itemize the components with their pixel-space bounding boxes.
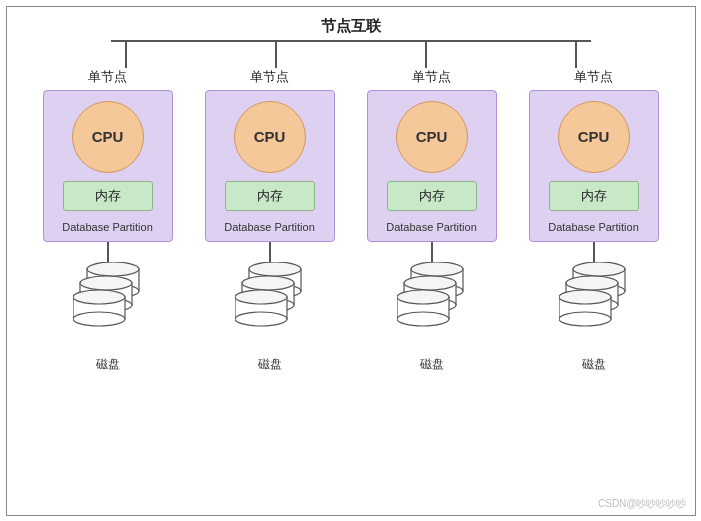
memory-box-1: 内存	[63, 181, 153, 211]
disk-connector-2	[269, 242, 271, 262]
node-label-4: 单节点	[574, 68, 613, 86]
page-title: 节点互联	[321, 17, 381, 36]
cpu-circle-4: CPU	[558, 101, 630, 173]
disk-group-4: 磁盘	[554, 262, 634, 373]
v-drop-1	[125, 40, 127, 68]
svg-point-32	[566, 276, 618, 290]
cpu-circle-3: CPU	[396, 101, 468, 173]
top-connector	[51, 40, 651, 68]
node-box-1: CPU内存Database Partition	[43, 90, 173, 242]
node-box-2: CPU内存Database Partition	[205, 90, 335, 242]
disk-label-2: 磁盘	[258, 356, 282, 373]
v-drop-3	[425, 40, 427, 68]
svg-point-20	[411, 262, 463, 276]
disk-label-4: 磁盘	[582, 356, 606, 373]
svg-point-34	[559, 312, 611, 326]
disk-label-1: 磁盘	[96, 356, 120, 373]
disk-group-1: 磁盘	[68, 262, 148, 373]
db-partition-label-2: Database Partition	[224, 221, 315, 233]
disk-connector-3	[431, 242, 433, 262]
vertical-drops	[51, 40, 651, 68]
svg-point-17	[235, 290, 287, 304]
disk-group-2: 磁盘	[230, 262, 310, 373]
v-drop-4	[575, 40, 577, 68]
cpu-circle-1: CPU	[72, 101, 144, 173]
node-label-2: 单节点	[250, 68, 289, 86]
v-drop-2	[275, 40, 277, 68]
cpu-circle-2: CPU	[234, 101, 306, 173]
node-col-3: 单节点CPU内存Database Partition磁盘	[362, 68, 502, 373]
disk-svg-2	[235, 262, 305, 352]
disk-label-3: 磁盘	[420, 356, 444, 373]
disk-svg-3	[397, 262, 467, 352]
svg-point-35	[559, 290, 611, 304]
db-partition-label-3: Database Partition	[386, 221, 477, 233]
node-label-1: 单节点	[88, 68, 127, 86]
svg-point-26	[397, 290, 449, 304]
watermark: CSDN@吵吵吵吵吵	[598, 497, 687, 511]
svg-point-8	[73, 290, 125, 304]
svg-point-5	[80, 276, 132, 290]
svg-point-7	[73, 312, 125, 326]
node-col-2: 单节点CPU内存Database Partition磁盘	[200, 68, 340, 373]
memory-box-3: 内存	[387, 181, 477, 211]
memory-box-4: 内存	[549, 181, 639, 211]
disk-connector-1	[107, 242, 109, 262]
svg-point-25	[397, 312, 449, 326]
svg-point-23	[404, 276, 456, 290]
nodes-row: 单节点CPU内存Database Partition磁盘单节点CPU内存Data…	[38, 68, 664, 373]
disk-connector-4	[593, 242, 595, 262]
disk-svg-1	[73, 262, 143, 352]
node-col-1: 单节点CPU内存Database Partition磁盘	[38, 68, 178, 373]
memory-box-2: 内存	[225, 181, 315, 211]
svg-point-29	[573, 262, 625, 276]
node-box-3: CPU内存Database Partition	[367, 90, 497, 242]
db-partition-label-1: Database Partition	[62, 221, 153, 233]
svg-point-11	[249, 262, 301, 276]
svg-point-16	[235, 312, 287, 326]
disk-svg-4	[559, 262, 629, 352]
db-partition-label-4: Database Partition	[548, 221, 639, 233]
disk-group-3: 磁盘	[392, 262, 472, 373]
svg-point-14	[242, 276, 294, 290]
diagram-container: 节点互联 单节点CPU内存Database Partition磁盘单节点CPU内…	[6, 6, 696, 516]
node-box-4: CPU内存Database Partition	[529, 90, 659, 242]
node-label-3: 单节点	[412, 68, 451, 86]
svg-point-2	[87, 262, 139, 276]
node-col-4: 单节点CPU内存Database Partition磁盘	[524, 68, 664, 373]
